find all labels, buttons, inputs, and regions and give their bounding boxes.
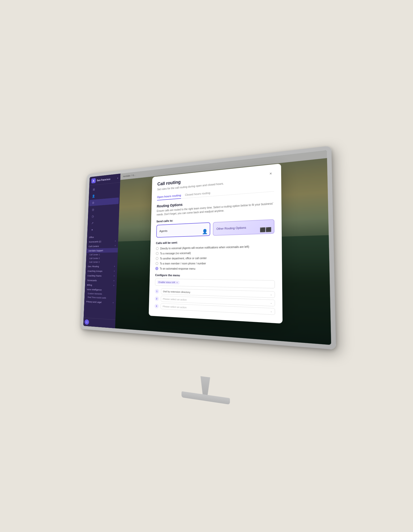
sidebar-plus-icon[interactable]: + — [113, 284, 114, 287]
sidebar: A San Francisco ▾ ⊞ 👤 — [83, 174, 120, 329]
tab-closed-hours[interactable]: Closed hours routing — [185, 190, 210, 198]
nav-icon-chart[interactable]: ↗ — [88, 218, 118, 226]
radio-voicemail[interactable]: Directly to voicemail (Agents will recei… — [156, 244, 275, 250]
radio-label-team-member: To a team member / room phone / number — [160, 262, 206, 265]
user-avatar[interactable]: A — [85, 319, 89, 325]
radio-circle-department — [155, 257, 158, 260]
nav-icon-tools[interactable]: ✦ — [88, 225, 118, 233]
sidebar-chevron-icon: ▾ — [117, 177, 118, 179]
sidebar-item-coaching-teams[interactable]: Coaching Teams + — [85, 273, 117, 278]
radio-team-member[interactable]: To a team member / room phone / number — [155, 261, 275, 265]
routing-options-section: Routing Options Ensure calls are routed … — [156, 196, 274, 238]
sidebar-nav-list: Office Scorecards (2) + Call Centers + — [84, 233, 119, 320]
sidebar-item-privacy[interactable]: Privacy and Legal + — [84, 299, 116, 305]
radio-circle-voicemail — [156, 247, 159, 250]
routing-card-agents-label: Agents — [159, 229, 167, 232]
sidebar-plus-icon[interactable]: + — [113, 269, 115, 272]
radio-label-department: To another department, office or call ce… — [160, 257, 207, 260]
tag-input-area[interactable]: Enable Voice IVR ✕ — [155, 279, 275, 288]
radio-circle-team-member — [155, 262, 158, 265]
radio-circle-automated — [155, 267, 158, 270]
sidebar-item-call-center-1[interactable]: Call Center 1 — [86, 252, 118, 257]
other-routing-illustration: ⬛⬛ — [260, 227, 271, 232]
radio-department[interactable]: To another department, office or call ce… — [155, 256, 275, 260]
app-container: A San Francisco ▾ ⊞ 👤 — [83, 150, 331, 345]
ivr-tag: Enable Voice IVR ✕ — [157, 280, 179, 284]
monitor-stand-neck — [197, 376, 213, 396]
monitor-wrapper: A San Francisco ▾ ⊞ 👤 — [60, 157, 353, 375]
routing-card-other-label: Other Routing Options — [216, 226, 246, 230]
sidebar-nav-icons: ⊞ 👤 ⚙ ◎ ◷ — [87, 182, 120, 234]
sidebar-item-call-center-2[interactable]: Call Center 2 — [86, 256, 118, 260]
users-icon: 👤 — [92, 194, 95, 198]
screen: A San Francisco ▾ ⊞ 👤 — [83, 150, 331, 345]
sidebar-item-call-center-3[interactable]: Call Center 3 — [86, 260, 117, 264]
configure-menu-section: Configure the menu Enable Voice IVR ✕ — [154, 273, 275, 315]
sidebar-item-aerolabs[interactable]: Aerolabs Support — [86, 248, 118, 253]
sidebar-item-coaching-groups[interactable]: Coaching Groups + — [86, 269, 117, 273]
menu-item-value-1: Dial by extension directory — [163, 290, 190, 294]
clock-icon: ◷ — [91, 214, 94, 218]
modal-overlay: Call routing × Set rules for the call ro… — [115, 150, 331, 345]
configure-menu-title: Configure the menu — [155, 273, 275, 278]
sidebar-plus-icon[interactable]: + — [112, 301, 114, 304]
radio-automated-response[interactable]: To an automated response menu — [155, 267, 275, 271]
menu-item-number-3: 3 — [154, 304, 159, 308]
sidebar-plus-icon[interactable]: + — [115, 239, 116, 242]
modal-close-button[interactable]: × — [267, 170, 274, 177]
sidebar-bottom: A — [83, 318, 115, 328]
main-content: Aerolabs / D... Call routing × — [115, 150, 331, 345]
menu-chevron-3: ⌄ — [270, 310, 272, 313]
calls-sent-title: Calls will be sent: — [156, 238, 275, 245]
radio-label-automated: To an automated response menu — [160, 267, 195, 270]
menu-item-number-2: 2 — [154, 296, 159, 301]
radio-label-voicemail: Directly to voicemail (Agents will recei… — [160, 245, 249, 250]
ivr-tag-label: Enable Voice IVR — [158, 281, 175, 284]
tools-icon: ✦ — [90, 228, 94, 232]
call-routing-modal: Call routing × Set rules for the call ro… — [149, 164, 283, 324]
sidebar-logo: A — [91, 178, 96, 184]
grid-icon: ⊞ — [92, 188, 95, 191]
calls-will-be-sent-section: Calls will be sent: Directly to voicemai… — [155, 238, 275, 271]
radio-circle-message — [156, 252, 159, 255]
menu-chevron-1: ⌄ — [270, 293, 272, 296]
sidebar-plus-icon[interactable]: + — [113, 274, 115, 277]
monitor-scene: A San Francisco ▾ ⊞ 👤 — [79, 141, 381, 400]
modal-title: Call routing — [157, 180, 181, 187]
headset-icon: ◎ — [91, 207, 94, 211]
sidebar-plus-icon[interactable]: + — [113, 279, 115, 282]
sidebar-plus-icon[interactable]: + — [114, 265, 115, 268]
radio-label-message: To a message (no voicemail) — [160, 252, 191, 255]
agents-illustration: 👤 — [202, 229, 207, 235]
menu-item-number-1: 1 — [155, 289, 159, 294]
routing-card-other[interactable]: Other Routing Options ⬛⬛ — [213, 219, 274, 236]
calls-sent-radio-group: Directly to voicemail (Agents will recei… — [155, 244, 275, 271]
monitor-body: A San Francisco ▾ ⊞ 👤 — [80, 146, 336, 350]
routing-card-agents[interactable]: Agents 👤 — [156, 222, 210, 238]
menu-item-value-2: Please select an action — [163, 297, 187, 301]
menu-item-value-3: Please select an action — [163, 305, 187, 309]
sidebar-plus-icon[interactable]: + — [115, 244, 116, 247]
radio-message[interactable]: To a message (no voicemail) — [156, 250, 275, 255]
settings-icon: ⚙ — [92, 201, 95, 205]
tab-open-hours[interactable]: Open hours routing — [157, 192, 181, 201]
sidebar-org-name: San Francisco — [97, 177, 116, 182]
chart-icon: ↗ — [91, 221, 94, 225]
sidebar-item-geo-routing[interactable]: Geo. Routing + — [86, 264, 117, 269]
ivr-tag-remove[interactable]: ✕ — [176, 281, 178, 284]
menu-chevron-2: ⌄ — [270, 302, 272, 304]
